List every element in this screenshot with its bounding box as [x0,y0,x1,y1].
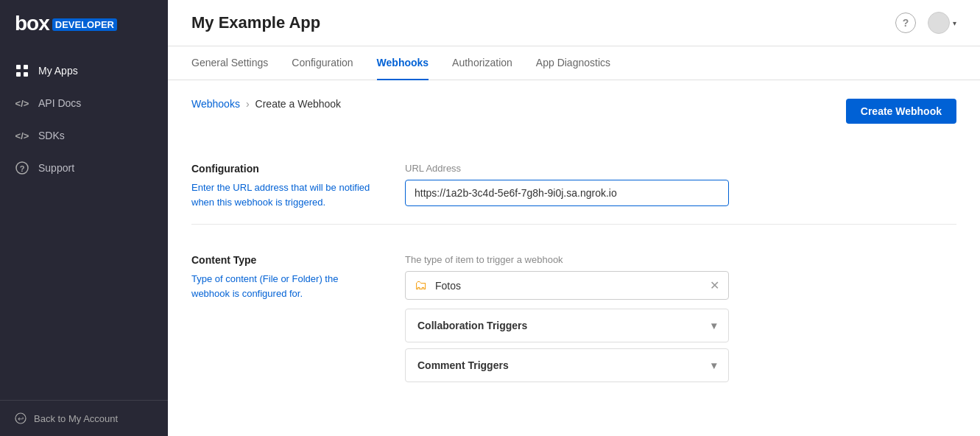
sidebar-item-sdks-label: SDKs [38,130,65,141]
chevron-down-icon: ▾ [953,19,956,27]
item-type-label: The type of item to trigger a webhook [405,254,956,265]
folder-icon: 🗂 [415,278,428,293]
content-type-section: Content Type Type of content (File or Fo… [191,239,956,397]
url-field-label: URL Address [405,163,956,174]
tab-general-settings[interactable]: General Settings [191,46,268,80]
tab-configuration[interactable]: Configuration [292,46,353,80]
folder-name: Fotos [435,280,702,292]
user-avatar-button[interactable]: ▾ [928,12,956,34]
support-icon: ? [15,161,29,175]
clear-folder-button[interactable]: ✕ [710,278,719,292]
comment-triggers-label: Comment Triggers [417,359,509,371]
svg-rect-1 [24,65,28,69]
main-content: My Example App ? ▾ General Settings Conf… [168,0,980,436]
sidebar: boxDEVELOPER My Apps </> API Docs </> SD… [0,0,168,436]
breadcrumb-parent[interactable]: Webhooks [191,98,240,110]
box-logo: boxDEVELOPER [15,13,117,34]
sidebar-nav: My Apps </> API Docs </> SDKs ? Support [0,47,168,400]
sidebar-item-support[interactable]: ? Support [0,152,168,184]
page-header: My Example App ? ▾ [168,0,980,46]
sidebar-logo: boxDEVELOPER [0,0,168,47]
help-button[interactable]: ? [895,13,916,33]
page-title: My Example App [191,13,320,32]
sidebar-item-sdks[interactable]: </> SDKs [0,119,168,152]
configuration-section: Configuration Enter the URL address that… [191,148,956,225]
content-type-right: The type of item to trigger a webhook 🗂 … [405,254,956,382]
header-actions: ? ▾ [895,12,956,34]
api-docs-icon: </> [15,96,29,110]
configuration-description: Enter the URL address that will be notif… [191,180,376,209]
sidebar-item-my-apps[interactable]: My Apps [0,54,168,87]
sidebar-item-api-docs-label: API Docs [38,97,81,109]
breadcrumb: Webhooks › Create a Webhook [191,98,341,110]
url-input[interactable] [405,180,729,206]
tab-webhooks[interactable]: Webhooks [377,46,429,80]
svg-text:↩: ↩ [18,415,24,423]
comment-triggers-chevron: ▾ [711,359,716,371]
breadcrumb-current: Create a Webhook [255,98,341,110]
sidebar-back-to-account[interactable]: ↩ Back to My Account [0,400,168,436]
tabs-bar: General Settings Configuration Webhooks … [168,46,980,80]
developer-badge: DEVELOPER [52,18,117,31]
create-webhook-button[interactable]: Create Webhook [846,99,956,124]
svg-rect-2 [16,72,21,77]
avatar [928,12,950,34]
svg-text:?: ? [20,164,25,173]
tab-authorization[interactable]: Authorization [452,46,512,80]
sdks-icon: </> [15,128,29,143]
back-icon: ↩ [15,412,27,424]
content-type-left: Content Type Type of content (File or Fo… [191,254,376,382]
box-wordmark: boxDEVELOPER [15,13,117,34]
collaboration-triggers-chevron: ▾ [711,320,716,331]
question-mark-icon: ? [903,17,909,29]
content-type-description: Type of content (File or Folder) the web… [191,272,376,300]
svg-rect-0 [16,65,21,69]
svg-rect-3 [24,72,28,77]
sidebar-item-my-apps-label: My Apps [38,65,78,77]
content-type-label: Content Type [191,254,376,266]
apps-grid-icon [15,63,29,78]
breadcrumb-separator: › [246,98,250,110]
content-area: Webhooks › Create a Webhook Create Webho… [168,80,980,436]
sidebar-item-support-label: Support [38,162,74,174]
collaboration-triggers-header[interactable]: Collaboration Triggers ▾ [406,309,728,342]
collaboration-triggers-label: Collaboration Triggers [417,320,527,331]
tab-app-diagnostics[interactable]: App Diagnostics [536,46,610,80]
collaboration-triggers-accordion: Collaboration Triggers ▾ [405,309,729,342]
folder-selector[interactable]: 🗂 Fotos ✕ [405,271,729,300]
comment-triggers-accordion: Comment Triggers ▾ [405,348,729,382]
configuration-label: Configuration [191,163,376,175]
comment-triggers-header[interactable]: Comment Triggers ▾ [406,349,728,382]
back-to-account-label: Back to My Account [34,413,118,424]
sidebar-item-api-docs[interactable]: </> API Docs [0,87,168,119]
configuration-left: Configuration Enter the URL address that… [191,163,376,209]
configuration-right: URL Address [405,163,956,209]
